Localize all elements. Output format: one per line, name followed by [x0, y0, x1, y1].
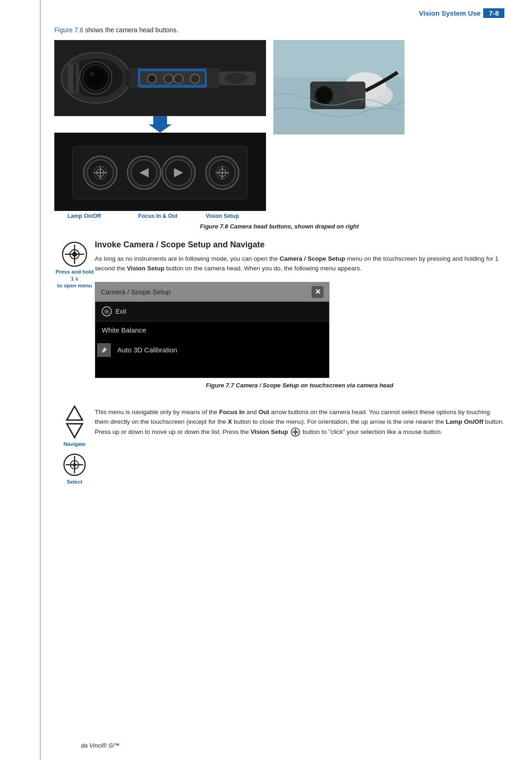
figure-76-caption: Figure 7.6 Camera head buttons, shown dr…: [54, 223, 504, 230]
nav-body-5: button to "click" your selection like a …: [302, 428, 442, 435]
svg-point-60: [73, 463, 76, 466]
nav-bold-focus: Focus In: [219, 409, 245, 415]
invoke-camera-text: Invoke Camera / Scope Setup and Navigate…: [95, 240, 504, 396]
navigate-label: Navigate: [64, 441, 86, 447]
blue-arrow-container: [54, 116, 266, 133]
camera-top-image: [54, 40, 266, 116]
figure-intro-text: shows the camera head buttons.: [85, 26, 178, 34]
invoke-body-1: As long as no instruments are in followi…: [95, 255, 280, 262]
svg-point-7: [87, 70, 104, 86]
inline-vision-setup-icon: [291, 427, 300, 437]
svg-rect-4: [75, 63, 79, 93]
white-balance-label: White Balance: [102, 326, 146, 334]
navigate-arrows: [65, 404, 84, 439]
nav-body-3: button to close the menu). For orientati…: [232, 418, 446, 425]
pencil-icon: [99, 345, 109, 355]
menu-item-exit[interactable]: ⊕ Exit: [95, 302, 329, 322]
invoke-body-3: button on the camera head. When you do, …: [164, 265, 362, 272]
nav-bold-x: X: [228, 418, 232, 425]
nav-icons-column: Navigate Select: [54, 404, 95, 485]
figure-intro: Figure 7.6 shows the camera head buttons…: [54, 26, 504, 34]
svg-point-18: [225, 73, 248, 84]
press-hold-label: Press and hold 1 s to open menu: [54, 269, 95, 289]
svg-rect-10: [126, 70, 130, 86]
menu-footer-space: [95, 362, 329, 378]
invoke-heading: Invoke Camera / Scope Setup and Navigate: [95, 240, 504, 250]
blue-arrow-svg: [149, 116, 172, 133]
svg-point-46: [317, 88, 331, 102]
invoke-bold-1: Camera / Scope Setup: [280, 255, 346, 262]
svg-point-8: [90, 72, 94, 76]
arrow-down-icon: [65, 422, 84, 439]
svg-marker-55: [67, 424, 82, 438]
menu-exit-label: Exit: [116, 308, 126, 315]
invoke-camera-section: Press and hold 1 s to open menu Invoke C…: [54, 240, 504, 396]
focus-label: Focus In & Out: [128, 213, 188, 219]
edit-icon: [97, 343, 111, 357]
svg-rect-3: [68, 63, 74, 93]
invoke-icon-column: Press and hold 1 s to open menu: [54, 240, 95, 396]
page-sidebar: [0, 0, 40, 760]
nav-bold-vision: Vision Setup: [250, 428, 288, 435]
menu-title: Camera / Scope Setup: [101, 288, 171, 296]
arrow-up-icon: [65, 404, 84, 422]
page-footer: da Vinci® Si™: [81, 742, 120, 749]
page-header: Vision System Use 7-8: [54, 8, 504, 18]
auto3d-label: Auto 3D Calibration: [117, 346, 177, 354]
menu-header: Camera / Scope Setup ✕: [95, 282, 329, 302]
exit-circle-icon: ⊕: [102, 306, 112, 316]
vision-label: Vision Setup: [192, 213, 252, 219]
camera-labels: Lamp On/Off Focus In & Out Vision Setup: [54, 213, 266, 219]
footer-text: da Vinci® Si™: [81, 742, 120, 749]
lamp-label: Lamp On/Off: [54, 213, 114, 219]
nav-bold-out: Out: [259, 409, 269, 415]
nav-and: and: [245, 409, 259, 415]
nav-bold-lamp: Lamp On/Off: [445, 418, 483, 425]
select-label: Select: [67, 479, 82, 485]
menu-item-white-balance[interactable]: White Balance: [95, 322, 329, 339]
nav-body-1: This menu is navigable only by means of …: [95, 409, 219, 415]
main-content: Vision System Use 7-8 Figure 7.6 shows t…: [40, 0, 532, 760]
figure-77-caption: Figure 7.7 Camera / Scope Setup on touch…: [95, 382, 504, 389]
svg-point-51: [73, 252, 76, 256]
menu-screenshot: Camera / Scope Setup ✕ ⊕ Exit W: [95, 282, 330, 378]
invoke-bold-2: Vision Setup: [127, 265, 165, 272]
svg-marker-54: [67, 406, 82, 420]
menu-close-button[interactable]: ✕: [312, 286, 324, 298]
navigate-body-text: This menu is navigable only by means of …: [95, 404, 504, 437]
page-number: 7-8: [483, 8, 504, 18]
invoke-body: As long as no instruments are in followi…: [95, 254, 504, 274]
camera-figure-right: [273, 40, 405, 134]
section-title: Vision System Use: [419, 9, 480, 17]
menu-body: ⊕ Exit White Balance: [95, 302, 329, 378]
select-crosshair-icon: [62, 452, 87, 477]
blue-highlight-box: [138, 69, 206, 86]
camera-bottom-svg: [64, 135, 257, 209]
figure-76-link: Figure 7.6: [54, 26, 83, 34]
menu-item-auto3d[interactable]: Auto 3D Calibration: [95, 339, 329, 362]
svg-marker-19: [149, 116, 172, 133]
camera-figure-left: Lamp On/Off Focus In & Out Vision Setup: [54, 40, 266, 220]
navigate-select-section: Navigate Select This menu is navigable o…: [54, 404, 504, 485]
vision-setup-icon: [60, 240, 89, 269]
right-image-svg: [273, 40, 405, 134]
images-row: Lamp On/Off Focus In & Out Vision Setup: [54, 40, 504, 220]
camera-bottom-image: [54, 133, 266, 211]
